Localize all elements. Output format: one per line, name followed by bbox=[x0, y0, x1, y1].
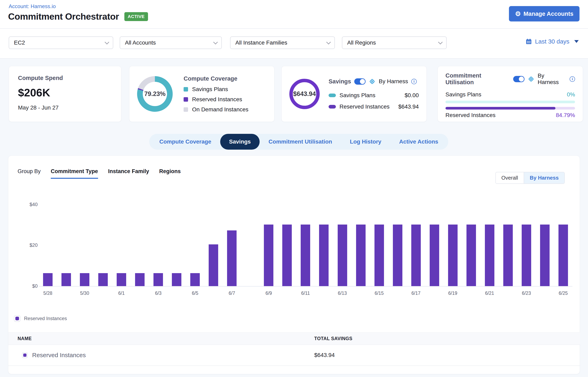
x-axis-label bbox=[462, 291, 480, 296]
info-icon[interactable]: i bbox=[411, 79, 417, 84]
tab-savings[interactable]: Savings bbox=[220, 134, 260, 150]
x-axis-label bbox=[57, 291, 75, 296]
checkbox-fill bbox=[15, 317, 19, 320]
bar-6/7[interactable] bbox=[223, 204, 241, 286]
bar-6/21[interactable] bbox=[480, 204, 499, 286]
compute-coverage-donut-chart: 79.23% bbox=[137, 76, 173, 112]
table-header: NAME TOTAL SAVINGS bbox=[8, 332, 580, 345]
date-range-value: Last 30 days bbox=[535, 38, 569, 45]
utilisation-by-harness-toggle[interactable] bbox=[513, 76, 524, 82]
bar-6/19[interactable] bbox=[444, 204, 462, 286]
x-axis-label bbox=[167, 291, 186, 296]
bar-6/15[interactable] bbox=[370, 204, 388, 286]
savings-plans-swatch bbox=[329, 94, 336, 97]
instance-families-select-value: All Instance Families bbox=[235, 39, 287, 46]
reserved-instances-utilisation-value: 84.79% bbox=[556, 112, 575, 118]
account-breadcrumb-link[interactable]: Account: Harness.io bbox=[9, 3, 56, 10]
savings-row-label: Savings Plans bbox=[340, 92, 375, 99]
compute-coverage-donut-value: 79.23% bbox=[143, 82, 167, 106]
savings-donut-value: $643.94 bbox=[293, 90, 316, 98]
savings-plans-progress-bar bbox=[445, 101, 575, 103]
x-axis-label: 5/28 bbox=[39, 291, 57, 296]
group-tab-commitment-type[interactable]: Commitment Type bbox=[51, 168, 98, 179]
bar-6/9[interactable] bbox=[259, 204, 278, 286]
bar-6/3[interactable] bbox=[149, 204, 167, 286]
tab-active-actions[interactable]: Active Actions bbox=[390, 134, 447, 150]
accounts-select[interactable]: All Accounts bbox=[120, 36, 222, 49]
bar-6/14[interactable] bbox=[352, 204, 370, 286]
title-row: Commitment Orchestrator ACTIVE bbox=[8, 11, 148, 22]
bar-6/13[interactable] bbox=[333, 204, 352, 286]
tab-log-history[interactable]: Log History bbox=[341, 134, 390, 150]
bar-6/2[interactable] bbox=[131, 204, 149, 286]
row-total-savings: $643.94 bbox=[314, 352, 335, 358]
service-select[interactable]: EC2 bbox=[9, 36, 113, 49]
savings-row-label: Reserved Instances bbox=[340, 104, 389, 110]
reserved-instances-legend-checkbox[interactable] bbox=[14, 315, 21, 322]
bar-6/5[interactable] bbox=[186, 204, 204, 286]
bar-6/10[interactable] bbox=[278, 204, 296, 286]
savings-row: Savings Plans $0.00 bbox=[329, 92, 419, 99]
x-axis-label: 6/5 bbox=[186, 291, 204, 296]
reserved-instances-progress-fill bbox=[445, 107, 555, 109]
bar-6/1[interactable] bbox=[112, 204, 131, 286]
chevron-down-icon bbox=[105, 40, 109, 45]
date-range-picker[interactable]: Last 30 days bbox=[525, 38, 579, 45]
savings-panel: Group By Commitment Type Instance Family… bbox=[8, 155, 580, 374]
bar-5/30[interactable] bbox=[75, 204, 94, 286]
x-axis-label: 6/3 bbox=[149, 291, 167, 296]
info-icon[interactable]: i bbox=[570, 76, 575, 82]
bar-6/20[interactable] bbox=[462, 204, 480, 286]
harness-logo-icon bbox=[369, 78, 376, 85]
view-option-overall[interactable]: Overall bbox=[496, 172, 524, 183]
chart-legend[interactable]: Reserved Instances bbox=[14, 315, 67, 322]
bar-6/6[interactable] bbox=[204, 204, 223, 286]
bar-6/8[interactable] bbox=[241, 204, 259, 286]
legend-label: Reserved Instances bbox=[192, 96, 242, 103]
bar-6/17[interactable] bbox=[407, 204, 425, 286]
tab-compute-coverage[interactable]: Compute Coverage bbox=[150, 134, 220, 150]
x-axis-label: 6/25 bbox=[554, 291, 572, 296]
savings-row: Reserved Instances $643.94 bbox=[329, 104, 419, 110]
bar-6/23[interactable] bbox=[517, 204, 536, 286]
view-option-by-harness[interactable]: By Harness bbox=[524, 172, 564, 183]
x-axis-label: 6/17 bbox=[407, 291, 425, 296]
bar-6/16[interactable] bbox=[388, 204, 407, 286]
bar-6/22[interactable] bbox=[499, 204, 517, 286]
savings-row-value: $0.00 bbox=[405, 92, 419, 99]
tab-commitment-utilisation[interactable]: Commitment Utilisation bbox=[260, 134, 341, 150]
bar-6/18[interactable] bbox=[425, 204, 444, 286]
commitment-utilisation-title: Commitment Utilisation bbox=[445, 72, 510, 86]
x-axis-labels: 5/285/306/16/36/56/76/96/116/136/156/176… bbox=[39, 291, 572, 296]
row-checkbox[interactable] bbox=[22, 352, 28, 358]
bar-5/29[interactable] bbox=[57, 204, 75, 286]
x-axis-label bbox=[94, 291, 112, 296]
bar-6/4[interactable] bbox=[167, 204, 186, 286]
group-tab-regions[interactable]: Regions bbox=[159, 168, 181, 178]
bar-6/24[interactable] bbox=[536, 204, 554, 286]
group-tab-instance-family[interactable]: Instance Family bbox=[108, 168, 149, 178]
on-demand-swatch bbox=[184, 107, 188, 112]
legend-label: On Demand Instances bbox=[192, 106, 248, 113]
x-axis-label bbox=[388, 291, 407, 296]
reserved-instances-utilisation-label: Reserved Instances bbox=[445, 112, 495, 118]
bar-5/31[interactable] bbox=[94, 204, 112, 286]
by-harness-label: By Harness bbox=[538, 72, 566, 85]
bar-6/11[interactable] bbox=[296, 204, 315, 286]
table-row[interactable]: Reserved Instances $643.94 bbox=[8, 345, 580, 366]
bar-6/25[interactable] bbox=[554, 204, 572, 286]
savings-by-harness-toggle[interactable] bbox=[354, 78, 366, 85]
savings-card: $643.94 Savings By Harness i Savings Pla… bbox=[281, 66, 427, 122]
bar-5/28[interactable] bbox=[39, 204, 57, 286]
x-axis-label bbox=[425, 291, 444, 296]
instance-families-select[interactable]: All Instance Families bbox=[230, 36, 335, 49]
by-harness-label: By Harness bbox=[379, 78, 408, 85]
bar-6/12[interactable] bbox=[315, 204, 333, 286]
regions-select-value: All Regions bbox=[347, 39, 376, 46]
manage-accounts-button[interactable]: ⚙ Manage Accounts bbox=[509, 6, 579, 22]
legend-item: On Demand Instances bbox=[184, 106, 248, 113]
manage-accounts-label: Manage Accounts bbox=[523, 11, 573, 17]
x-axis-label bbox=[352, 291, 370, 296]
regions-select[interactable]: All Regions bbox=[342, 36, 447, 49]
compute-spend-period: May 28 - Jun 27 bbox=[18, 105, 112, 111]
